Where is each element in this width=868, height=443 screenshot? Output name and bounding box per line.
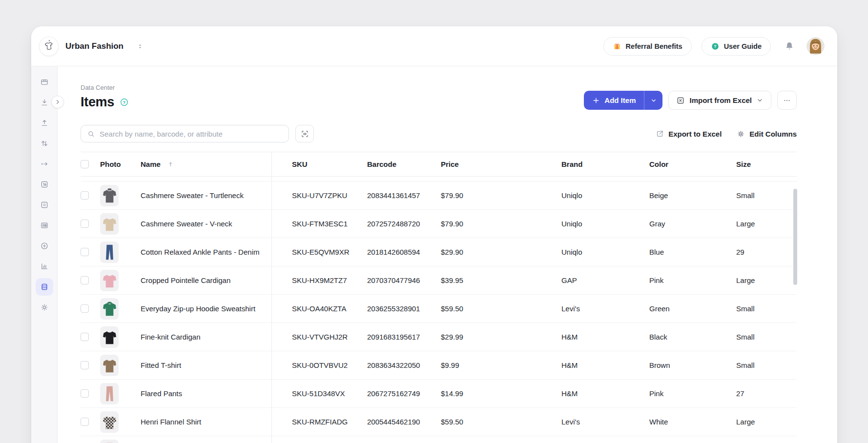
cell-name: Fitted T-shirt <box>141 361 271 369</box>
table-row[interactable] <box>81 436 797 443</box>
add-item-label: Add Item <box>604 96 636 104</box>
add-item-dropdown-caret[interactable] <box>644 91 662 110</box>
items-help-icon[interactable]: ? <box>120 98 129 107</box>
sort-ascending-icon <box>167 161 174 168</box>
row-checkbox[interactable] <box>81 248 89 256</box>
row-checkbox[interactable] <box>81 220 89 228</box>
cell-barcode: 2072572488720 <box>367 220 441 228</box>
table-row[interactable]: Everyday Zip-up Hoodie SweatshirtSKU-OA4… <box>81 295 797 323</box>
column-header-name[interactable]: Name <box>141 160 271 168</box>
gift-icon <box>613 42 621 51</box>
cell-brand: Uniqlo <box>561 220 649 228</box>
column-header-price[interactable]: Price <box>441 160 561 168</box>
sidebar-item-count[interactable] <box>36 176 53 193</box>
sidebar-item-document[interactable] <box>36 196 53 214</box>
row-checkbox[interactable] <box>81 304 89 313</box>
cell-barcode: 2091683195617 <box>367 333 441 341</box>
column-header-barcode[interactable]: Barcode <box>367 160 441 168</box>
breadcrumb: Data Center <box>81 84 129 91</box>
row-checkbox[interactable] <box>81 418 89 426</box>
cell-price: $29.90 <box>441 248 561 256</box>
item-photo <box>100 213 119 235</box>
data-center-icon <box>40 282 49 291</box>
column-header-photo[interactable]: Photo <box>100 160 141 168</box>
sidebar-item-box[interactable] <box>36 73 53 91</box>
column-header-size[interactable]: Size <box>736 160 797 168</box>
chevron-down-icon <box>756 97 764 104</box>
table-row[interactable]: Fine-knit CardiganSKU-VTVGHJ2R2091683195… <box>81 323 797 351</box>
sidebar-item-analytics[interactable] <box>36 258 53 275</box>
sidebar-item-settings[interactable] <box>36 299 53 316</box>
search-icon <box>87 130 95 138</box>
row-checkbox[interactable] <box>81 276 89 284</box>
sidebar-item-stock-in[interactable] <box>36 94 53 111</box>
export-to-excel-button[interactable]: Export to Excel <box>656 130 722 138</box>
cell-color: Green <box>649 304 736 313</box>
row-checkbox[interactable] <box>81 361 89 369</box>
select-all-checkbox[interactable] <box>81 160 89 168</box>
cell-color: Gray <box>649 220 736 228</box>
cell-brand: GAP <box>561 276 649 284</box>
column-header-sku[interactable]: SKU <box>271 160 367 168</box>
cell-sku: SKU-0OTVBVU2 <box>271 361 367 369</box>
cell-brand: Levi's <box>561 418 649 426</box>
column-header-brand[interactable]: Brand <box>561 160 649 168</box>
table-scroll-gap <box>81 177 797 181</box>
import-from-excel-button[interactable]: Import from Excel <box>668 91 771 110</box>
cell-color: Pink <box>649 389 736 398</box>
table-body: Cashmere Sweater - TurtleneckSKU-U7V7ZPK… <box>81 181 797 443</box>
cell-sku: SKU-VTVGHJ2R <box>271 333 367 341</box>
more-actions-button[interactable] <box>777 91 797 110</box>
cell-sku: SKU-RMZFIADG <box>271 418 367 426</box>
ellipsis-icon <box>783 96 791 105</box>
user-guide-button[interactable]: ? User Guide <box>702 37 771 56</box>
cell-sku: SKU-E5QVM9XR <box>271 248 367 256</box>
workspace-switcher-icon[interactable] <box>136 42 144 50</box>
cell-price: $9.99 <box>441 361 561 369</box>
table-header: PhotoName SKUBarcodePriceBrandColorSize <box>81 152 797 177</box>
barcode-scan-button[interactable] <box>295 125 314 142</box>
user-avatar[interactable] <box>806 37 825 55</box>
cell-brand: H&M <box>561 333 649 341</box>
item-photo <box>100 242 119 263</box>
table-row[interactable]: Cashmere Sweater - TurtleneckSKU-U7V7ZPK… <box>81 181 797 210</box>
cell-name: Fine-knit Cardigan <box>141 333 271 341</box>
sidebar-item-data-center[interactable] <box>36 278 53 296</box>
cell-size: Small <box>736 304 797 313</box>
row-checkbox[interactable] <box>81 389 89 398</box>
table-row[interactable]: Fitted T-shirtSKU-0OTVBVU22083634322050$… <box>81 351 797 380</box>
cell-price: $79.90 <box>441 220 561 228</box>
cell-sku: SKU-U7V7ZPKU <box>271 191 367 200</box>
table-scrollbar-thumb[interactable] <box>793 189 797 285</box>
cell-sku: SKU-FTM3ESC1 <box>271 220 367 228</box>
table-row[interactable]: Cashmere Sweater - V-neckSKU-FTM3ESC1207… <box>81 210 797 238</box>
desktop-background: { "header": { "workspace": "Urban Fashio… <box>0 0 868 443</box>
cell-name: Flared Pants <box>141 389 271 398</box>
search-input[interactable] <box>100 130 283 138</box>
column-header-color[interactable]: Color <box>649 160 736 168</box>
table-row[interactable]: Cropped Pointelle CardiganSKU-HX9M2TZ720… <box>81 266 797 295</box>
pinned-column-divider <box>271 152 272 443</box>
sidebar-item-move-out[interactable] <box>36 155 53 173</box>
sidebar-item-barcode[interactable] <box>36 217 53 234</box>
edit-columns-button[interactable]: Edit Columns <box>737 130 797 138</box>
notifications-button[interactable] <box>784 41 795 52</box>
sidebar-item-stock-out[interactable] <box>36 114 53 132</box>
add-item-button[interactable]: Add Item <box>584 91 662 110</box>
item-photo <box>100 326 119 348</box>
workspace-logo[interactable] <box>39 37 59 56</box>
table-row[interactable]: Flared PantsSKU-51D348VX2067275162749$14… <box>81 380 797 408</box>
workspace-name: Urban Fashion <box>65 41 124 51</box>
referral-benefits-label: Referral Benefits <box>626 42 682 50</box>
user-guide-label: User Guide <box>724 42 762 50</box>
row-checkbox[interactable] <box>81 333 89 341</box>
sidebar-item-add-circle[interactable] <box>36 237 53 255</box>
cell-size: 29 <box>736 248 797 256</box>
cell-name: Cashmere Sweater - Turtleneck <box>141 191 271 200</box>
row-checkbox[interactable] <box>81 191 89 200</box>
sidebar-expand-button[interactable] <box>51 96 64 108</box>
table-row[interactable]: Cotton Relaxed Ankle Pants - DenimSKU-E5… <box>81 238 797 266</box>
referral-benefits-button[interactable]: Referral Benefits <box>603 37 692 56</box>
sidebar-item-transfer[interactable] <box>36 135 53 152</box>
table-row[interactable]: Henri Flannel ShirtSKU-RMZFIADG200544546… <box>81 408 797 436</box>
